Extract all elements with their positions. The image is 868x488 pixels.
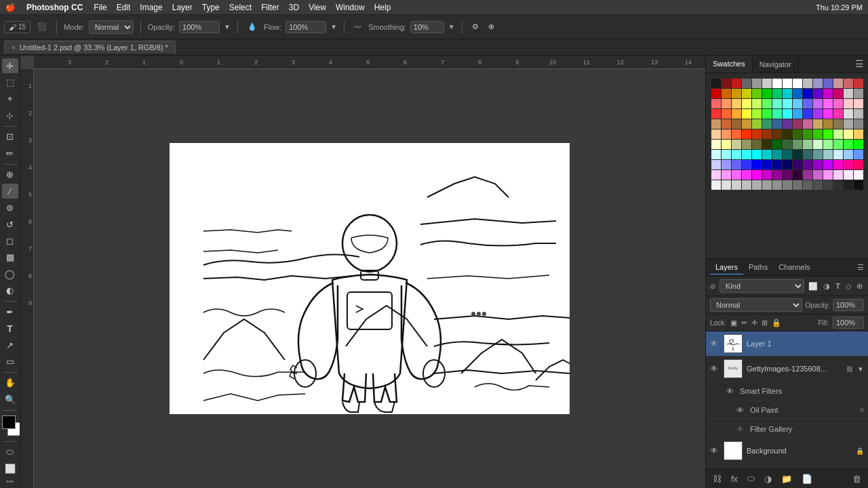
swatch-0-6[interactable] [772, 79, 782, 88]
tab-navigator[interactable]: Navigator [753, 56, 799, 73]
filter-gallery-eye[interactable]: 👁 [736, 425, 746, 433]
swatch-2-1[interactable] [722, 99, 731, 108]
swatch-7-2[interactable] [732, 150, 741, 159]
swatch-10-11[interactable] [823, 180, 833, 190]
swatch-6-10[interactable] [813, 140, 823, 149]
swatch-1-5[interactable] [762, 89, 772, 98]
swatch-7-9[interactable] [803, 150, 812, 159]
swatch-10-14[interactable] [854, 180, 863, 190]
menu-window[interactable]: Window [336, 3, 365, 12]
swatch-2-2[interactable] [732, 99, 741, 108]
menu-type[interactable]: Type [202, 3, 220, 12]
swatch-8-2[interactable] [732, 160, 741, 169]
swatch-0-2[interactable] [732, 79, 741, 88]
swatch-6-3[interactable] [742, 140, 751, 149]
flow-input[interactable] [285, 21, 326, 33]
layer-item-layer1[interactable]: 👁 Layer 1 [706, 331, 868, 357]
swatch-5-7[interactable] [783, 129, 792, 139]
swatch-0-5[interactable] [762, 79, 772, 88]
swatch-10-1[interactable] [722, 180, 731, 190]
swatch-2-13[interactable] [844, 99, 853, 108]
swatch-5-13[interactable] [844, 129, 853, 139]
eyedropper-tool[interactable]: ✏ [2, 146, 18, 161]
filter-type-icon[interactable]: T [834, 281, 842, 292]
swatch-3-8[interactable] [793, 109, 802, 119]
swatch-7-3[interactable] [742, 150, 751, 159]
brush-tool[interactable]: ∕ [2, 184, 18, 199]
smoothing-toggle[interactable]: 〰 [351, 22, 364, 33]
swatch-2-11[interactable] [823, 99, 833, 108]
swatch-3-2[interactable] [732, 109, 741, 119]
layer-item-smart-filters[interactable]: 👁 Smart Filters [706, 382, 868, 401]
swatch-1-11[interactable] [823, 89, 833, 98]
swatch-8-10[interactable] [813, 160, 823, 169]
swatch-1-2[interactable] [732, 89, 741, 98]
swatch-1-8[interactable] [793, 89, 802, 98]
swatch-9-10[interactable] [813, 170, 823, 180]
brush-tool-btn[interactable]: 🖌 15 [4, 21, 31, 33]
swatch-2-6[interactable] [772, 99, 782, 108]
delete-layer-btn[interactable]: 🗑 [850, 472, 864, 485]
swatch-1-7[interactable] [783, 89, 792, 98]
swatch-6-5[interactable] [762, 140, 772, 149]
swatch-5-8[interactable] [793, 129, 802, 139]
layer1-eye[interactable]: 👁 [710, 339, 719, 348]
swatch-8-8[interactable] [793, 160, 802, 169]
swatch-10-12[interactable] [833, 180, 843, 190]
swatch-0-13[interactable] [844, 79, 853, 88]
swatch-7-11[interactable] [823, 150, 833, 159]
swatch-6-1[interactable] [722, 140, 731, 149]
menu-edit[interactable]: Edit [117, 3, 131, 12]
swatch-10-13[interactable] [844, 180, 853, 190]
swatch-9-9[interactable] [803, 170, 812, 180]
swatch-5-14[interactable] [854, 129, 863, 139]
lock-position-icon[interactable]: ✛ [751, 319, 757, 327]
canvas-area[interactable]: 3 2 1 0 1 2 3 4 5 6 7 8 9 10 11 12 13 14 [20, 56, 705, 488]
swatch-0-7[interactable] [783, 79, 792, 88]
swatch-4-8[interactable] [793, 119, 802, 129]
add-style-btn[interactable]: fx [728, 472, 741, 485]
swatch-10-5[interactable] [762, 180, 772, 190]
swatch-5-4[interactable] [752, 129, 762, 139]
swatch-1-9[interactable] [803, 89, 812, 98]
new-layer-btn[interactable]: 📄 [799, 472, 815, 485]
add-adjustment-btn[interactable]: ◑ [762, 472, 774, 485]
swatch-4-0[interactable] [711, 119, 721, 129]
swatch-2-4[interactable] [752, 99, 762, 108]
swatch-8-4[interactable] [752, 160, 762, 169]
angle-btn[interactable]: ⊕ [486, 21, 497, 33]
quick-mask-tool[interactable]: ⬭ [2, 445, 18, 460]
swatch-8-0[interactable] [711, 160, 721, 169]
opacity-input[interactable] [179, 21, 220, 33]
swatch-8-7[interactable] [783, 160, 792, 169]
swatch-8-5[interactable] [762, 160, 772, 169]
getty-link-icon[interactable]: ⛓ [846, 365, 853, 373]
swatch-6-13[interactable] [844, 140, 853, 149]
smart-filters-eye[interactable]: 👁 [726, 387, 736, 395]
swatch-10-4[interactable] [752, 180, 762, 190]
opacity-arrow[interactable]: ▼ [224, 23, 231, 30]
swatch-4-7[interactable] [783, 119, 792, 129]
swatch-2-10[interactable] [813, 99, 823, 108]
swatch-6-0[interactable] [711, 140, 721, 149]
swatch-5-0[interactable] [711, 129, 721, 139]
swatch-8-1[interactable] [722, 160, 731, 169]
swatch-10-0[interactable] [711, 180, 721, 190]
blend-mode-select[interactable]: Normal [89, 20, 134, 34]
add-mask-btn[interactable]: ⬭ [745, 472, 757, 485]
add-group-btn[interactable]: 📁 [778, 472, 795, 485]
swatch-1-13[interactable] [844, 89, 853, 98]
menu-select[interactable]: Select [229, 3, 252, 12]
menu-help[interactable]: Help [374, 3, 391, 12]
swatch-2-7[interactable] [783, 99, 792, 108]
swatch-3-10[interactable] [813, 109, 823, 119]
layer-item-oil-paint[interactable]: 👁 Oil Paint ≡ [706, 401, 868, 420]
swatch-9-1[interactable] [722, 170, 731, 180]
swatch-10-6[interactable] [772, 180, 782, 190]
dodge-tool[interactable]: ◐ [2, 283, 18, 298]
swatch-8-13[interactable] [844, 160, 853, 169]
swatch-3-1[interactable] [722, 109, 731, 119]
swatch-6-9[interactable] [803, 140, 812, 149]
swatch-10-10[interactable] [813, 180, 823, 190]
swatch-10-7[interactable] [783, 180, 792, 190]
